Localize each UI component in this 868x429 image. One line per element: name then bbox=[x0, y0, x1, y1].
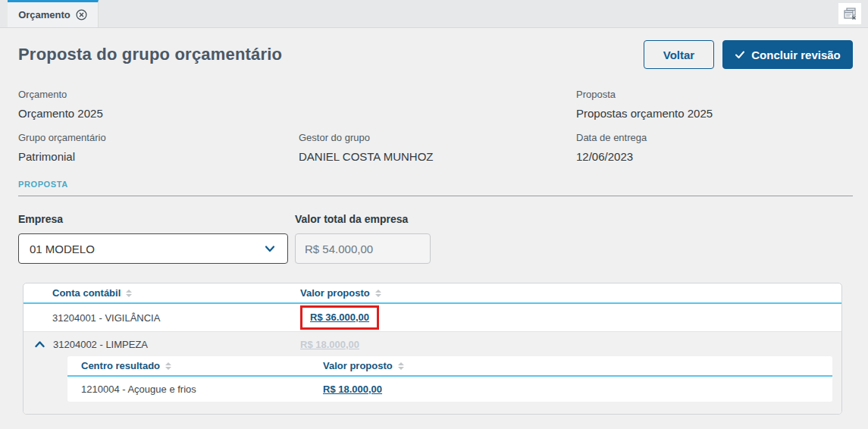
empresa-label: Empresa bbox=[18, 213, 295, 225]
sort-icon[interactable] bbox=[165, 362, 171, 370]
field-data-de-entrega: Data de entrega 12/06/2023 bbox=[576, 132, 853, 163]
annotation-highlight-box: R$ 36.000,00 bbox=[300, 305, 379, 330]
main-content: Proposta do grupo orçamentário Voltar Co… bbox=[0, 40, 868, 415]
column-header-label: Centro resultado bbox=[81, 360, 160, 371]
field-label: Orçamento bbox=[18, 89, 299, 100]
field-label: Gestor do grupo bbox=[299, 132, 576, 143]
concluir-revisao-label: Concluir revisão bbox=[751, 49, 841, 61]
column-header-conta-contabil: Conta contábil bbox=[24, 287, 300, 299]
field-orcamento: Orçamento Orçamento 2025 bbox=[18, 89, 299, 120]
sort-icon[interactable] bbox=[375, 290, 381, 297]
column-header-centro-resultado: Centro resultado bbox=[67, 360, 323, 371]
field-value: Patrimonial bbox=[18, 150, 299, 163]
empresa-select[interactable]: 01 MODELO bbox=[18, 233, 288, 264]
conta-contabil-cell: 31204002 - LIMPEZA bbox=[53, 339, 148, 350]
field-value: 12/06/2023 bbox=[576, 150, 853, 163]
close-tab-icon[interactable] bbox=[76, 9, 87, 20]
empresa-selected-value: 01 MODELO bbox=[30, 243, 95, 255]
column-header-valor-proposto: Valor proposto bbox=[300, 287, 841, 299]
tab-label: Orçamento bbox=[18, 9, 71, 20]
column-header-valor-proposto: Valor proposto bbox=[323, 360, 832, 371]
field-value: Orçamento 2025 bbox=[18, 107, 299, 120]
chevron-up-icon bbox=[34, 339, 45, 350]
concluir-revisao-button[interactable]: Concluir revisão bbox=[722, 40, 853, 69]
field-label: Proposta bbox=[576, 89, 853, 100]
field-proposta: Proposta Propostas orçamento 2025 bbox=[576, 89, 853, 120]
collapse-row-button[interactable] bbox=[34, 339, 45, 350]
field-gestor-do-grupo: Gestor do grupo DANIEL COSTA MUNHOZ bbox=[299, 132, 576, 163]
column-header-label: Conta contábil bbox=[52, 287, 121, 299]
conta-contabil-cell: 31204001 - VIGILÂNCIA bbox=[24, 312, 300, 324]
check-icon bbox=[735, 49, 745, 60]
field-label: Data de entrega bbox=[576, 132, 853, 143]
valor-proposto-link[interactable]: R$ 36.000,00 bbox=[310, 312, 369, 323]
table-row-vigilancia: 31204001 - VIGILÂNCIA R$ 36.000,00 bbox=[24, 304, 841, 332]
centro-resultado-cell: 1210004 - Açougue e frios bbox=[67, 384, 323, 395]
page-title: Proposta do grupo orçamentário bbox=[18, 45, 282, 64]
column-header-label: Valor proposto bbox=[300, 287, 370, 299]
close-all-tabs-button[interactable] bbox=[838, 3, 861, 24]
field-label: Grupo orçamentário bbox=[18, 132, 299, 143]
field-value: DANIEL COSTA MUNHOZ bbox=[299, 150, 576, 163]
sort-icon[interactable] bbox=[398, 362, 404, 370]
expanded-row-limpeza: 31204002 - LIMPEZA R$ 18.000,00 Centro r… bbox=[24, 332, 841, 414]
table-row-acougue: 1210004 - Açougue e frios R$ 18.000,00 bbox=[67, 377, 832, 402]
section-divider bbox=[18, 196, 853, 196]
accounts-table-header: Conta contábil Valor proposto bbox=[24, 283, 841, 304]
valor-total-label: Valor total da empresa bbox=[295, 213, 431, 225]
sort-icon[interactable] bbox=[126, 290, 132, 297]
proposal-info: Orçamento Orçamento 2025 Proposta Propos… bbox=[18, 89, 853, 163]
tab-orcamento[interactable]: Orçamento bbox=[8, 0, 99, 27]
valor-proposto-link[interactable]: R$ 18.000,00 bbox=[323, 384, 382, 395]
valor-proposto-link-disabled: R$ 18.000,00 bbox=[300, 339, 359, 350]
centers-table-header: Centro resultado Valor proposto bbox=[67, 356, 832, 377]
column-header-label: Valor proposto bbox=[323, 360, 393, 371]
voltar-button[interactable]: Voltar bbox=[644, 40, 714, 69]
chevron-down-icon bbox=[263, 242, 277, 255]
accounts-table: Conta contábil Valor proposto 31204001 -… bbox=[23, 283, 842, 415]
section-label-proposta: PROPOSTA bbox=[18, 180, 68, 189]
centers-table: Centro resultado Valor proposto 1210004 … bbox=[67, 356, 832, 402]
close-all-tabs-icon bbox=[842, 6, 857, 21]
field-grupo-orcamentario: Grupo orçamentário Patrimonial bbox=[18, 132, 299, 163]
valor-total-input: R$ 54.000,00 bbox=[295, 233, 431, 264]
tab-bar: Orçamento bbox=[0, 0, 868, 28]
field-value: Propostas orçamento 2025 bbox=[576, 107, 853, 120]
